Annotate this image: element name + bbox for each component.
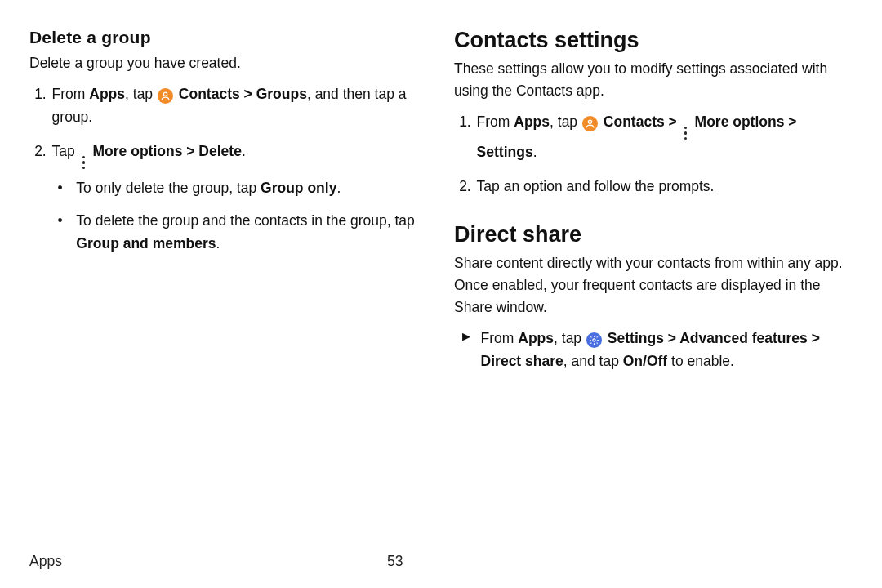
- text: From: [481, 330, 519, 346]
- more-options-icon: [80, 155, 87, 170]
- text: .: [533, 144, 537, 160]
- step-1: From Apps, tap Settings > Advanced featu…: [475, 327, 853, 372]
- more-options-icon: [682, 126, 689, 140]
- text: , tap: [125, 86, 157, 102]
- intro-direct-share: Share content directly with your contact…: [454, 252, 853, 318]
- settings-icon: [586, 332, 602, 348]
- steps-delete-a-group: From Apps, tap Contacts > Groups, and th…: [29, 82, 428, 255]
- bullet-1: To only delete the group, tap Group only…: [70, 176, 428, 199]
- two-column-layout: Delete a group Delete a group you have c…: [29, 28, 853, 397]
- step-2: Tap More options > Delete. To only delet…: [51, 140, 428, 255]
- text: , tap: [554, 330, 586, 346]
- contacts-icon: [158, 88, 173, 104]
- heading-contacts-settings: Contacts settings: [454, 28, 853, 53]
- text: to enable.: [667, 353, 734, 369]
- text-bold: Direct share: [481, 353, 564, 369]
- left-column: Delete a group Delete a group you have c…: [29, 28, 428, 397]
- chevron-icon: >: [788, 114, 796, 130]
- steps-direct-share: From Apps, tap Settings > Advanced featu…: [454, 327, 853, 372]
- substeps: To only delete the group, tap Group only…: [52, 176, 428, 255]
- text-bold: Contacts: [599, 114, 669, 130]
- chevron-icon: >: [186, 143, 194, 159]
- intro-contacts-settings: These settings allow you to modify setti…: [454, 58, 853, 102]
- chevron-icon: >: [669, 114, 677, 130]
- text-bold: Advanced features: [676, 330, 812, 346]
- text: From: [52, 86, 90, 102]
- text: To delete the group and the contacts in …: [76, 212, 414, 229]
- text: .: [336, 180, 341, 196]
- heading-direct-share: Direct share: [454, 222, 853, 247]
- text: , and tap: [564, 353, 623, 369]
- chevron-icon: >: [244, 86, 252, 102]
- svg-point-1: [588, 120, 591, 123]
- text-bold: Settings: [477, 144, 533, 160]
- text-bold: Group and members: [76, 235, 216, 252]
- text-bold: Settings: [604, 330, 668, 346]
- text: To only delete the group, tap: [76, 180, 261, 196]
- text-bold: Apps: [514, 114, 550, 130]
- page-number: 53: [387, 553, 403, 570]
- section-direct-share: Direct share Share content directly with…: [454, 222, 853, 372]
- text-bold: More options: [89, 143, 187, 159]
- steps-contacts-settings: From Apps, tap Contacts > More options >…: [454, 110, 853, 198]
- chevron-icon: >: [812, 330, 820, 346]
- text-bold: Apps: [89, 86, 125, 102]
- chevron-icon: >: [668, 330, 676, 346]
- intro-delete-a-group: Delete a group you have created.: [29, 52, 428, 74]
- text-bold: More options: [691, 114, 789, 130]
- text-bold: Contacts: [175, 86, 244, 102]
- text-bold: Delete: [194, 143, 241, 159]
- manual-page: Delete a group Delete a group you have c…: [0, 0, 882, 588]
- text: .: [242, 143, 246, 159]
- text: Tap: [52, 143, 79, 159]
- step-1: From Apps, tap Contacts > Groups, and th…: [51, 82, 428, 128]
- section-contacts-settings: Contacts settings These settings allow y…: [454, 28, 853, 198]
- text-bold: Apps: [518, 330, 554, 346]
- page-footer: Apps 53: [29, 553, 853, 570]
- text: .: [216, 235, 220, 252]
- step-1: From Apps, tap Contacts > More options >…: [475, 110, 853, 163]
- heading-delete-a-group: Delete a group: [29, 28, 428, 47]
- text-bold: On/Off: [623, 353, 667, 369]
- right-column: Contacts settings These settings allow y…: [454, 28, 853, 397]
- footer-section-label: Apps: [29, 553, 62, 570]
- contacts-icon: [582, 116, 598, 131]
- svg-point-2: [593, 339, 595, 341]
- text: From: [477, 114, 514, 130]
- svg-point-0: [163, 92, 167, 96]
- text-bold: Group only: [261, 180, 336, 196]
- bullet-2: To delete the group and the contacts in …: [70, 209, 428, 255]
- text-bold: Groups: [252, 86, 307, 102]
- text: , tap: [550, 114, 581, 130]
- step-2: Tap an option and follow the prompts.: [475, 175, 853, 198]
